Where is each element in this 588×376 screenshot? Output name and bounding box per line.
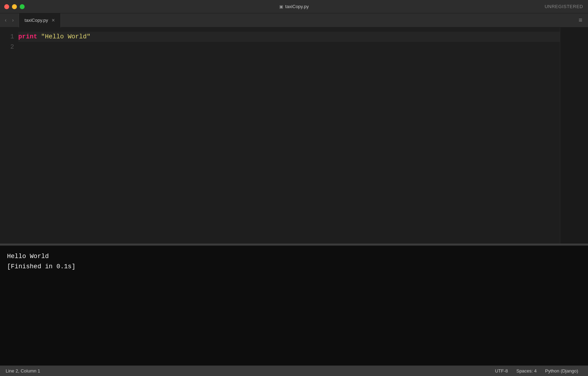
- unregistered-label: UNREGISTERED: [545, 4, 583, 9]
- nav-back-button[interactable]: ‹: [3, 17, 8, 24]
- status-encoding: UTF-8: [491, 368, 512, 374]
- window-controls: [4, 4, 25, 9]
- file-icon: ▣: [279, 4, 283, 9]
- title-bar: ▣ taxiCopy.py UNREGISTERED: [0, 0, 588, 13]
- line-number-1: 1: [0, 32, 14, 42]
- line-numbers: 1 2: [0, 27, 18, 244]
- output-line-1: Hello World: [7, 251, 581, 262]
- space: [37, 32, 41, 42]
- tab-label: taxiCopy.py: [25, 18, 48, 23]
- status-syntax: Python (Django): [541, 368, 582, 374]
- close-button[interactable]: [4, 4, 9, 9]
- code-content[interactable]: print "Hello World": [18, 27, 560, 244]
- minimize-button[interactable]: [12, 4, 17, 9]
- output-panel[interactable]: Hello World [Finished in 0.1s]: [0, 246, 588, 365]
- code-line-2: [18, 42, 560, 52]
- tab-bar: ‹ › taxiCopy.py × ≡: [0, 13, 588, 27]
- editor-area: 1 2 print "Hello World" Hello World [Fin…: [0, 27, 588, 376]
- line-number-2: 2: [0, 42, 14, 52]
- active-tab[interactable]: taxiCopy.py ×: [19, 13, 61, 27]
- tab-menu-button[interactable]: ≡: [573, 17, 588, 24]
- status-position: Line 2, Column 1: [6, 368, 44, 374]
- empty-line: [18, 42, 22, 52]
- tab-close-button[interactable]: ×: [52, 18, 55, 23]
- minimap: [560, 27, 588, 244]
- editor-pane[interactable]: 1 2 print "Hello World": [0, 27, 588, 244]
- status-bar: Line 2, Column 1 UTF-8 Spaces: 4 Python …: [0, 365, 588, 376]
- title-filename: taxiCopy.py: [285, 4, 309, 9]
- tab-navigation[interactable]: ‹ ›: [0, 17, 19, 24]
- nav-forward-button[interactable]: ›: [10, 17, 15, 24]
- string-hello-world: "Hello World": [41, 32, 90, 42]
- status-indentation: Spaces: 4: [512, 368, 541, 374]
- keyword-print: print: [18, 32, 37, 42]
- window-title: ▣ taxiCopy.py: [279, 4, 309, 9]
- code-line-1: print "Hello World": [18, 32, 560, 42]
- maximize-button[interactable]: [20, 4, 25, 9]
- output-line-2: [Finished in 0.1s]: [7, 262, 581, 272]
